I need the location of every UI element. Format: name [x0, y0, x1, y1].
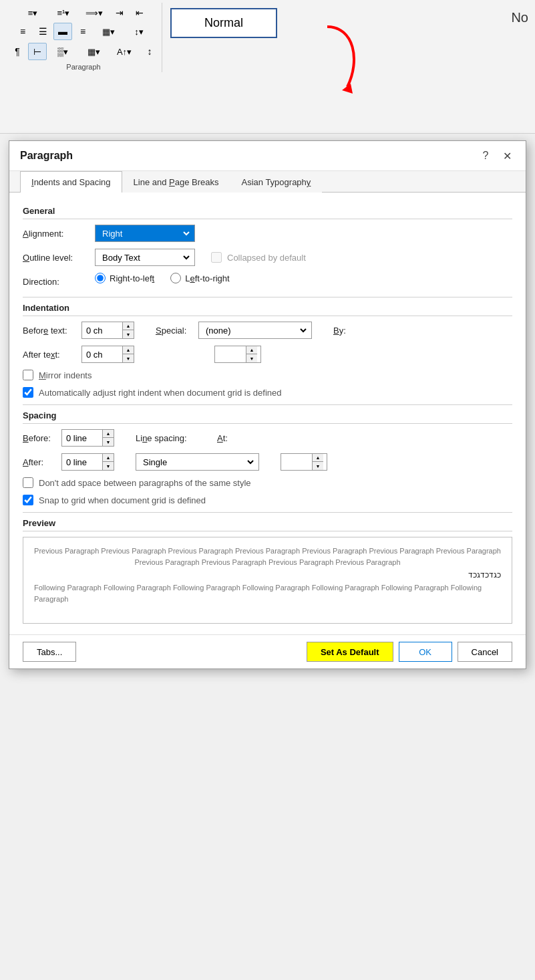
- list-btn-3[interactable]: ⟹▾: [79, 4, 109, 21]
- after-spacing-label: After:: [23, 457, 56, 467]
- auto-adjust-checkbox[interactable]: [23, 387, 33, 398]
- dont-add-space-checkbox[interactable]: [23, 477, 33, 488]
- align-center-btn[interactable]: ☰: [33, 23, 52, 40]
- at-value-down[interactable]: ▼: [313, 462, 323, 470]
- after-text-up[interactable]: ▲: [123, 346, 134, 354]
- alignment-select[interactable]: Left Centered Right Justified: [100, 228, 192, 239]
- by-label: By:: [333, 326, 347, 336]
- tab-indents-spacing[interactable]: Indents and Spacing: [20, 171, 122, 193]
- spacing-section-header: Spacing: [23, 410, 512, 424]
- help-button[interactable]: ?: [478, 148, 494, 164]
- alignment-select-box[interactable]: Left Centered Right Justified: [95, 225, 195, 242]
- tabs-button[interactable]: Tabs...: [23, 642, 76, 662]
- cancel-button[interactable]: Cancel: [458, 642, 512, 662]
- preview-next-text: Following Paragraph Following Paragraph …: [34, 582, 501, 604]
- mirror-indents-row: Mirror indents: [23, 370, 512, 380]
- close-button[interactable]: ✕: [499, 148, 515, 164]
- align-justify-btn[interactable]: ▬: [53, 23, 72, 40]
- sort-btn[interactable]: ↕: [140, 43, 159, 60]
- svg-marker-0: [342, 84, 353, 94]
- list-btn-1[interactable]: ≡▾: [18, 4, 47, 21]
- show-formatting-btn[interactable]: ¶: [8, 43, 27, 60]
- footer-left: Tabs...: [23, 642, 76, 662]
- tab-asian-typography[interactable]: Asian Typography: [230, 171, 323, 193]
- ok-button[interactable]: OK: [399, 642, 452, 662]
- align-right-btn[interactable]: ≡: [73, 23, 92, 40]
- border-btn[interactable]: ▦▾: [79, 43, 108, 60]
- after-text-down[interactable]: ▼: [123, 354, 134, 362]
- before-spacing-down[interactable]: ▼: [103, 438, 114, 446]
- before-text-input[interactable]: [82, 322, 122, 338]
- before-text-spinner[interactable]: ▲ ▼: [81, 322, 134, 339]
- after-spacing-down[interactable]: ▼: [103, 462, 114, 470]
- after-text-spinner[interactable]: ▲ ▼: [81, 346, 134, 363]
- special-label: Special:: [156, 326, 193, 336]
- special-select[interactable]: (none) First line Hanging: [203, 325, 309, 336]
- shading-btn[interactable]: ▒▾: [48, 43, 77, 60]
- increase-indent-btn[interactable]: ⇥: [110, 4, 129, 21]
- outline-select[interactable]: Body Text Level 1 Level 2 Level 3: [100, 252, 192, 263]
- dialog-body: General Alignment: Left Centered Right J…: [9, 193, 526, 634]
- at-value-input[interactable]: [281, 454, 312, 470]
- ltr-radio[interactable]: [170, 273, 181, 283]
- ltr-label: Left-to-right: [185, 273, 229, 283]
- by-value-up[interactable]: ▲: [246, 346, 257, 354]
- after-spacing-group: After: ▲ ▼: [23, 453, 114, 471]
- after-text-label: After text:: [23, 350, 76, 360]
- by-value-group: ▲ ▼: [156, 346, 261, 363]
- decrease-indent-btn[interactable]: ⇤: [130, 4, 149, 21]
- list-btn-2[interactable]: ≡¹▾: [49, 4, 78, 21]
- by-value-input[interactable]: [215, 346, 246, 362]
- collapsed-checkbox[interactable]: [211, 252, 222, 263]
- after-text-spinner-btns: ▲ ▼: [122, 346, 134, 362]
- after-spacing-spinner[interactable]: ▲ ▼: [61, 453, 114, 471]
- after-spacing-up[interactable]: ▲: [103, 454, 114, 462]
- before-text-down[interactable]: ▼: [123, 330, 134, 338]
- after-spacing-row: After: ▲ ▼ Single 1.5 lines Double: [23, 453, 512, 471]
- tab-line-page-breaks[interactable]: Line and Page Breaks: [122, 171, 230, 193]
- snap-to-grid-checkbox[interactable]: [23, 495, 33, 505]
- snap-to-grid-label: Snap to grid when document grid is defin…: [39, 495, 206, 505]
- line-spacing-btn[interactable]: ↕▾: [124, 23, 154, 40]
- line-spacing-select-box[interactable]: Single 1.5 lines Double At least Exactly…: [136, 453, 259, 471]
- col-btn[interactable]: ▦▾: [94, 23, 123, 40]
- dialog-tabs: Indents and Spacing Line and Page Breaks…: [9, 171, 526, 193]
- before-spacing-spinner[interactable]: ▲ ▼: [61, 429, 114, 447]
- direction-label: Direction:: [23, 277, 90, 287]
- dialog-footer: Tabs... Set As Default OK Cancel: [9, 634, 526, 668]
- after-text-input[interactable]: [82, 346, 122, 362]
- alignment-row: Alignment: Left Centered Right Justified: [23, 225, 512, 242]
- special-select-box[interactable]: (none) First line Hanging: [198, 322, 312, 339]
- style-normal-text: Normal: [204, 16, 243, 29]
- auto-adjust-label: Automatically adjust right indent when d…: [39, 388, 282, 398]
- after-text-group: After text: ▲ ▼: [23, 346, 134, 363]
- rtl-radio-item[interactable]: Right-to-left: [95, 273, 154, 283]
- before-spacing-up[interactable]: ▲: [103, 430, 114, 438]
- line-spacing-select[interactable]: Single 1.5 lines Double At least Exactly…: [140, 457, 256, 468]
- by-value-spinner-btns: ▲ ▼: [246, 346, 257, 362]
- font-size-btn[interactable]: A↑▾: [110, 43, 139, 60]
- paragraph-dialog: Paragraph ? ✕ Indents and Spacing Line a…: [9, 140, 526, 669]
- align-left-btn[interactable]: ≡: [13, 23, 32, 40]
- style-normal-box[interactable]: Normal: [170, 8, 277, 38]
- ltr-radio-item[interactable]: Left-to-right: [170, 273, 229, 283]
- before-text-label: Before text:: [23, 326, 76, 336]
- set-as-default-button[interactable]: Set As Default: [307, 642, 393, 662]
- by-value-down[interactable]: ▼: [246, 354, 257, 362]
- mirror-indents-checkbox[interactable]: [23, 370, 33, 380]
- dialog-titlebar: Paragraph ? ✕: [9, 141, 526, 171]
- general-section-header: General: [23, 206, 512, 219]
- before-spacing-input[interactable]: [62, 430, 102, 446]
- at-value-up[interactable]: ▲: [313, 454, 323, 462]
- by-value-spinner[interactable]: ▲ ▼: [214, 346, 261, 363]
- preview-box: Previous Paragraph Previous Paragraph Pr…: [23, 537, 512, 624]
- toolbar: ≡▾ ≡¹▾ ⟹▾ ⇥ ⇤ ≡ ☰ ▬ ≡ ▦▾ ↕▾ ¶ ⊢ ▒▾ ▦▾ A↑…: [0, 0, 535, 134]
- outline-select-box[interactable]: Body Text Level 1 Level 2 Level 3: [95, 249, 195, 266]
- at-value-spinner[interactable]: ▲ ▼: [281, 453, 327, 471]
- rtl-radio[interactable]: [95, 273, 106, 283]
- before-text-up[interactable]: ▲: [123, 322, 134, 330]
- at-group: At:: [217, 433, 230, 443]
- after-spacing-input[interactable]: [62, 454, 102, 470]
- after-spacing-spinner-btns: ▲ ▼: [102, 454, 114, 470]
- rtl-btn[interactable]: ⊢: [28, 43, 47, 60]
